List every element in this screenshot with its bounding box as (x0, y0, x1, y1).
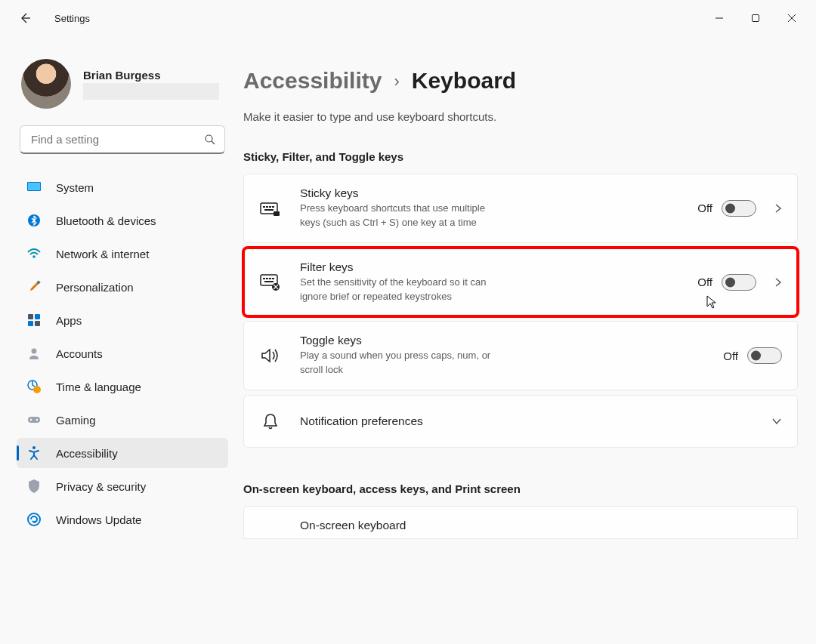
svg-point-17 (32, 446, 36, 449)
search-input[interactable] (20, 125, 225, 154)
sidebar-item-label: Network & internet (56, 248, 149, 260)
svg-point-11 (32, 349, 37, 354)
sidebar-item-network[interactable]: Network & internet (17, 239, 228, 269)
sidebar-item-personalization[interactable]: Personalization (17, 272, 228, 302)
user-email-redacted (83, 83, 219, 100)
svg-rect-30 (272, 278, 274, 279)
sidebar-item-label: Apps (56, 314, 82, 327)
svg-rect-8 (35, 314, 40, 319)
svg-point-5 (32, 255, 36, 258)
sidebar-item-label: Windows Update (56, 513, 141, 526)
sidebar-item-label: Privacy & security (56, 480, 146, 493)
setting-title: On-screen keyboard (300, 519, 782, 532)
minimize-icon (715, 14, 724, 23)
user-block[interactable]: Brian Burgess (17, 59, 228, 109)
svg-rect-31 (264, 281, 274, 282)
keyboard-filter-icon (259, 273, 282, 291)
sidebar-item-label: Bluetooth & devices (56, 214, 156, 227)
content: Accessibility › Keyboard Make it easier … (234, 36, 816, 644)
toggle-toggle-keys[interactable] (747, 347, 782, 364)
monitor-icon (26, 179, 42, 196)
cursor-icon (706, 294, 718, 310)
globe-clock-icon (26, 378, 42, 395)
sidebar-item-system[interactable]: System (17, 172, 228, 202)
setting-title: Toggle keys (300, 334, 723, 347)
paintbrush-icon (26, 279, 42, 295)
expand-button[interactable] (774, 203, 782, 214)
svg-point-1 (206, 135, 212, 142)
sidebar-item-accessibility[interactable]: Accessibility (17, 438, 228, 468)
titlebar: Settings (0, 0, 816, 36)
toggle-sticky-keys[interactable] (722, 200, 756, 217)
sidebar-item-apps[interactable]: Apps (17, 305, 228, 335)
wifi-icon (26, 245, 42, 262)
setting-on-screen-keyboard[interactable]: On-screen keyboard (243, 506, 798, 539)
setting-title: Filter keys (300, 260, 697, 274)
accessibility-icon (26, 445, 42, 461)
setting-title: Sticky keys (300, 186, 697, 200)
sidebar-item-time-language[interactable]: Time & language (17, 371, 228, 402)
chevron-right-icon: › (394, 72, 399, 91)
svg-rect-20 (263, 206, 265, 208)
minimize-button[interactable] (701, 5, 737, 32)
sidebar-item-accounts[interactable]: Accounts (17, 338, 228, 368)
svg-rect-14 (28, 417, 40, 423)
search-wrap (20, 125, 225, 154)
svg-rect-27 (263, 278, 265, 279)
sidebar-item-label: Accounts (56, 347, 103, 360)
sidebar-item-label: Gaming (56, 414, 96, 427)
svg-rect-28 (266, 278, 268, 279)
svg-rect-9 (28, 321, 33, 326)
svg-rect-7 (28, 314, 33, 319)
sidebar-item-privacy[interactable]: Privacy & security (17, 471, 228, 501)
sidebar-item-windows-update[interactable]: Windows Update (17, 504, 228, 535)
sidebar-item-label: System (56, 181, 94, 194)
setting-desc: Press keyboard shortcuts that use multip… (300, 202, 496, 230)
nav-list: System Bluetooth & devices Network & int… (17, 172, 228, 535)
svg-rect-21 (266, 206, 268, 208)
chevron-right-icon (774, 277, 782, 288)
close-button[interactable] (774, 5, 810, 32)
chevron-down-icon (771, 418, 782, 425)
svg-point-15 (30, 419, 32, 421)
setting-notification-preferences[interactable]: Notification preferences (243, 395, 798, 448)
toggle-state: Off (723, 350, 738, 362)
update-icon (26, 511, 42, 528)
page-title: Keyboard (412, 68, 516, 94)
search-icon (204, 134, 216, 146)
toggle-state: Off (697, 276, 712, 288)
bell-icon (259, 412, 282, 430)
setting-sticky-keys[interactable]: Sticky keys Press keyboard shortcuts tha… (243, 174, 798, 243)
svg-rect-25 (274, 211, 280, 216)
sidebar: Brian Burgess System Bluetoo (0, 36, 234, 644)
expand-button[interactable] (774, 277, 782, 288)
svg-rect-24 (264, 209, 274, 211)
svg-point-16 (36, 419, 38, 421)
setting-toggle-keys[interactable]: Toggle keys Play a sound when you press … (243, 321, 798, 390)
svg-rect-29 (269, 278, 271, 279)
maximize-button[interactable] (737, 5, 774, 32)
svg-rect-22 (269, 206, 271, 208)
setting-desc: Set the sensitivity of the keyboard so i… (300, 276, 496, 304)
sidebar-item-gaming[interactable]: Gaming (17, 405, 228, 435)
sidebar-item-label: Accessibility (56, 447, 118, 460)
setting-title: Notification preferences (300, 414, 762, 428)
keyboard-icon (259, 200, 282, 217)
setting-desc: Play a sound when you press caps, num, o… (300, 349, 496, 377)
speaker-icon (259, 347, 282, 364)
toggle-filter-keys[interactable] (722, 274, 756, 291)
person-icon (26, 345, 42, 362)
arrow-left-icon (19, 12, 31, 24)
sidebar-item-bluetooth[interactable]: Bluetooth & devices (17, 205, 228, 236)
maximize-icon (751, 14, 760, 23)
expand-button[interactable] (771, 418, 782, 425)
svg-point-18 (28, 513, 40, 525)
back-button[interactable] (11, 4, 39, 32)
section-header: On-screen keyboard, access keys, and Pri… (243, 482, 798, 495)
user-name: Brian Burgess (83, 69, 219, 82)
shield-icon (26, 478, 42, 495)
apps-icon (26, 312, 42, 328)
setting-filter-keys[interactable]: Filter keys Set the sensitivity of the k… (243, 248, 798, 317)
breadcrumb-parent[interactable]: Accessibility (243, 68, 382, 94)
window-controls (701, 5, 810, 32)
